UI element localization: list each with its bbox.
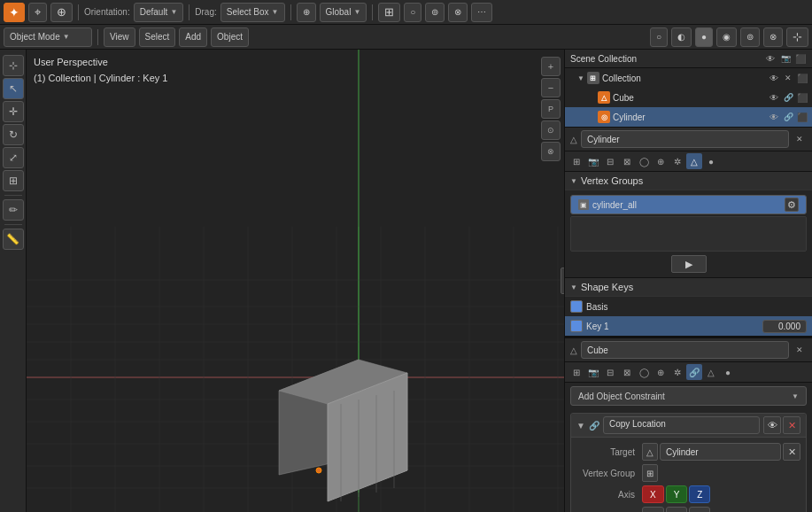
more-btn[interactable]: ⋯ — [471, 3, 492, 22]
panel-collapse-btn[interactable]: ‹ — [561, 268, 564, 294]
workspace-icon-btn[interactable]: ⌖ — [28, 3, 47, 22]
select-tool-btn[interactable]: ↖ — [3, 78, 24, 99]
viewport[interactable]: User Perspective (1) Collection | Cylind… — [27, 50, 564, 512]
vg-expand-btn[interactable]: ▶ — [671, 255, 707, 273]
tab-particles[interactable]: ✲ — [669, 153, 685, 169]
gizmos-btn2[interactable]: ⊗ — [763, 27, 783, 47]
target-clear-btn[interactable]: ✕ — [783, 443, 800, 461]
annotate-tool-btn[interactable]: ✏ — [3, 199, 24, 221]
vg-type-icon[interactable]: ⊞ — [642, 464, 658, 482]
viewport-zoom-out-btn[interactable]: − — [541, 78, 561, 97]
tab-output[interactable]: ⊟ — [602, 153, 618, 169]
select-menu-btn[interactable]: Select — [139, 27, 176, 47]
c-tab-modifier[interactable]: ⊕ — [653, 364, 669, 380]
snap-btn2[interactable]: ⊚ — [425, 3, 445, 22]
tab-render[interactable]: 📷 — [585, 153, 601, 169]
transform-icon-btn[interactable]: ⊕ — [297, 3, 316, 22]
tab-object[interactable]: ◯ — [636, 153, 652, 169]
axis-z-btn[interactable]: Z — [689, 485, 710, 503]
vertex-groups-header[interactable]: ▼ Vertex Groups — [565, 172, 812, 190]
blender-menu-btn[interactable]: ✦ — [4, 3, 25, 22]
c-tab-view[interactable]: ⊠ — [619, 364, 635, 380]
drag-dropdown[interactable]: Select Box ▼ — [220, 3, 285, 22]
viewport-shading-solid[interactable]: ○ — [650, 27, 668, 47]
shape-keys-header[interactable]: ▼ Shape Keys — [565, 278, 812, 297]
viewport-zoom-in-btn[interactable]: + — [541, 57, 561, 76]
properties-close-btn[interactable]: ✕ — [793, 132, 807, 146]
tab-material[interactable]: ● — [703, 153, 719, 169]
viewport-shading-rendered[interactable]: ● — [695, 27, 713, 47]
c-tab-material[interactable]: ● — [720, 364, 736, 380]
outliner-eye-header[interactable]: 👁 — [764, 52, 777, 65]
object-mode-dropdown[interactable]: Object Mode ▼ — [4, 27, 92, 47]
cylinder-eye-icon[interactable]: 👁 — [768, 111, 780, 123]
c-tab-scene[interactable]: ⊞ — [568, 364, 584, 380]
shape-key-key1[interactable]: Key 1 0.000 — [565, 316, 812, 336]
axis-y-btn[interactable]: Y — [666, 485, 688, 503]
target-type-icon[interactable]: △ — [642, 443, 658, 461]
proportional-btn[interactable]: ○ — [404, 3, 421, 22]
overlays-btn[interactable]: ⊚ — [740, 27, 760, 47]
gizmo-btn[interactable]: ⊗ — [448, 3, 468, 22]
target-field[interactable]: Cylinder — [660, 443, 781, 461]
outliner-cam-header[interactable]: 📷 — [779, 52, 792, 65]
axis-x-btn[interactable]: X — [642, 485, 664, 503]
constraint-name-field[interactable]: Copy Location — [603, 416, 760, 434]
key1-checkbox[interactable] — [570, 320, 583, 332]
c-tab-render[interactable]: 📷 — [585, 364, 601, 380]
add-menu-btn[interactable]: Add — [179, 27, 207, 47]
viewport-top-btn[interactable]: ⊙ — [541, 120, 561, 140]
invert-y-btn[interactable]: Y — [666, 507, 688, 512]
cursor-tool-btn[interactable]: ⊹ — [3, 55, 24, 76]
constraint-eye-btn[interactable]: 👁 — [763, 416, 781, 434]
tab-view-layer[interactable]: ⊠ — [619, 153, 635, 169]
key1-value[interactable]: 0.000 — [762, 320, 807, 333]
global-dropdown[interactable]: Global ▼ — [320, 3, 367, 22]
outliner-item-cube[interactable]: ▶ △ Cube 👁 🔗 ⬛ — [565, 88, 812, 107]
tab-modifier[interactable]: ⊕ — [653, 153, 669, 169]
outliner-render-header[interactable]: ⬛ — [794, 52, 807, 65]
invert-z-btn[interactable]: Z — [689, 507, 710, 512]
outliner-item-collection[interactable]: ▼ ⊞ Collection 👁 ✕ ⬛ — [565, 68, 812, 88]
view-menu-btn[interactable]: View — [104, 27, 135, 47]
c-tab-particles[interactable]: ✲ — [669, 364, 685, 380]
collection-render-icon[interactable]: ⬛ — [796, 72, 808, 84]
viewport-shading-wireframe[interactable]: ◉ — [716, 27, 737, 47]
viewport-gizmo-btn[interactable]: ⊗ — [541, 142, 561, 161]
c-tab-output[interactable]: ⊟ — [602, 364, 618, 380]
editor-type-btn[interactable]: ⊹ — [786, 27, 808, 47]
cylinder-render-icon[interactable]: ⬛ — [796, 111, 808, 123]
cube-eye-icon[interactable]: 👁 — [768, 91, 780, 104]
viewport-shading-material[interactable]: ◐ — [671, 27, 692, 47]
c-tab-object[interactable]: ◯ — [636, 364, 652, 380]
vg-settings-btn[interactable]: ⚙ — [785, 198, 799, 212]
collection-exclude-icon[interactable]: ✕ — [782, 72, 794, 84]
tab-data[interactable]: △ — [686, 153, 702, 169]
rotate-tool-btn[interactable]: ↻ — [3, 124, 24, 145]
c-tab-data[interactable]: △ — [703, 364, 719, 380]
shape-key-basis[interactable]: Basis — [565, 297, 812, 316]
tab-scene[interactable]: ⊞ — [568, 153, 584, 169]
invert-x-btn[interactable]: X — [642, 507, 664, 512]
orientation-dropdown[interactable]: Default ▼ — [134, 3, 184, 22]
vertex-group-cylinder-all[interactable]: ▣ cylinder_all ⚙ — [570, 195, 807, 214]
constraint-expand-triangle[interactable]: ▼ — [576, 421, 585, 431]
scale-tool-btn[interactable]: ⤢ — [3, 147, 24, 168]
object-menu-btn[interactable]: Object — [211, 27, 249, 47]
snap-btn[interactable]: ⊞ — [378, 3, 400, 22]
transform-tool-btn[interactable]: ⊞ — [3, 170, 24, 191]
constraints-object-name-field[interactable]: Cube — [581, 341, 789, 359]
workspace-transform-btn[interactable]: ⊕ — [50, 3, 73, 22]
properties-object-name-field[interactable]: Cylinder — [581, 130, 789, 148]
collection-eye-icon[interactable]: 👁 — [768, 72, 780, 84]
add-constraint-btn[interactable]: Add Object Constraint ▼ — [570, 386, 807, 406]
measure-tool-btn[interactable]: 📏 — [3, 229, 24, 250]
cylinder-link-icon[interactable]: 🔗 — [782, 111, 794, 123]
c-tab-constraints[interactable]: 🔗 — [686, 364, 702, 380]
basis-checkbox[interactable] — [570, 300, 583, 313]
viewport-perspective-btn[interactable]: P — [541, 99, 561, 119]
cube-render-icon[interactable]: ⬛ — [796, 91, 808, 104]
outliner-item-cylinder[interactable]: ▶ ◎ Cylinder 👁 🔗 ⬛ — [565, 107, 812, 127]
cube-link-icon[interactable]: 🔗 — [782, 91, 794, 104]
constraint-delete-btn[interactable]: ✕ — [783, 416, 800, 434]
